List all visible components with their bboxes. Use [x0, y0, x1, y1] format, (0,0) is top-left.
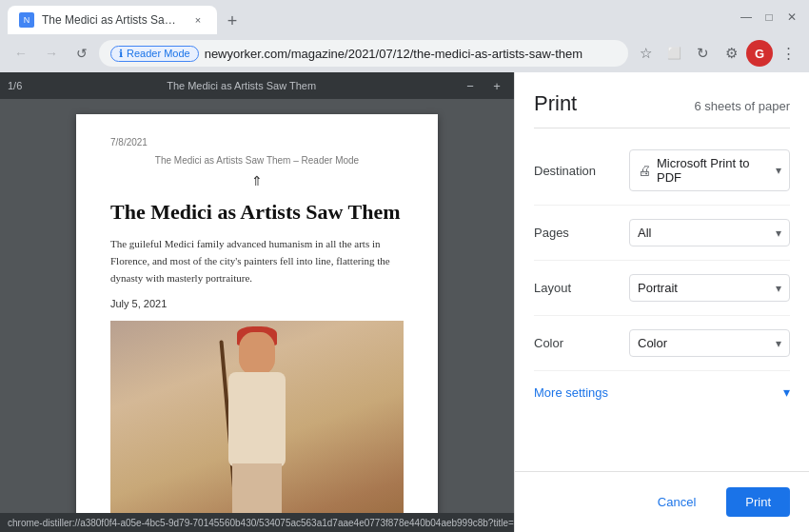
more-menu-icon[interactable]: ⋮ [775, 40, 801, 67]
page-container: 7/8/2021 The Medici as Artists Saw Them … [0, 99, 514, 513]
pages-label: Pages [534, 226, 629, 240]
color-value: Color [638, 336, 770, 350]
print-form: Destination 🖨 Microsoft Print to PDF ▾ P… [515, 128, 809, 471]
article-body: The guileful Medici family advanced huma… [110, 236, 404, 286]
layout-value: Portrait [638, 281, 770, 295]
destination-select[interactable]: 🖨 Microsoft Print to PDF ▾ [629, 149, 790, 191]
url-bar-bottom: chrome-distiller://a380f0f4-a05e-4bc5-9d… [0, 513, 514, 532]
reader-mode-label: Reader Mode [127, 48, 190, 59]
cancel-button[interactable]: Cancel [639, 487, 715, 517]
pages-arrow-icon: ▾ [776, 227, 781, 240]
toolbar-icons: ☆ ⬜ ↻ ⚙ G ⋮ [632, 40, 801, 67]
article-image [110, 321, 404, 513]
chrome-window: N The Medici as Artists Saw Them × + — □… [0, 0, 809, 532]
zoom-in-icon[interactable]: + [487, 76, 506, 95]
more-settings-arrow-icon: ▾ [783, 384, 790, 400]
tab-close-button[interactable]: × [190, 12, 206, 28]
page-info: 1/6 [8, 80, 22, 91]
address-bar: ← → ↺ ℹ Reader Mode newyorker.com/magazi… [0, 34, 809, 72]
pages-select[interactable]: All ▾ [629, 219, 790, 246]
pages-value: All [638, 226, 770, 240]
destination-arrow-icon: ▾ [776, 164, 781, 177]
print-sheets: 6 sheets of paper [695, 99, 790, 113]
url-text: newyorker.com/magazine/2021/07/12/the-me… [205, 47, 617, 61]
print-title: Print [534, 91, 577, 116]
title-bar: N The Medici as Artists Saw Them × + — □… [0, 0, 809, 34]
article-date-top: 7/8/2021 [110, 137, 404, 148]
article-print-icon: ⇑ [110, 173, 404, 188]
minimize-button[interactable]: — [737, 8, 756, 27]
more-settings-row[interactable]: More settings ▾ [534, 371, 790, 413]
color-label: Color [534, 336, 629, 350]
reader-mode-badge: ℹ Reader Mode [110, 46, 199, 62]
maximize-button[interactable]: □ [760, 8, 779, 27]
painting-figure [200, 330, 314, 513]
reader-mode-icon: ℹ [119, 48, 123, 60]
address-input[interactable]: ℹ Reader Mode newyorker.com/magazine/202… [99, 40, 628, 67]
close-button[interactable]: ✕ [782, 8, 801, 27]
printer-icon: 🖨 [638, 163, 651, 178]
body [228, 372, 286, 467]
article-title: The Medici as Artists Saw Them [110, 200, 404, 225]
destination-value: Microsoft Print to PDF [657, 156, 770, 185]
tab-strip: N The Medici as Artists Saw Them × + [8, 0, 729, 34]
cast-icon[interactable]: ⬜ [661, 40, 687, 67]
head [239, 332, 275, 374]
destination-control: 🖨 Microsoft Print to PDF ▾ [629, 149, 790, 191]
color-select[interactable]: Color ▾ [629, 329, 790, 357]
preview-url: chrome-distiller://a380f0f4-a05e-4bc5-9d… [8, 518, 514, 528]
print-panel: Print 6 sheets of paper Destination 🖨 Mi… [514, 72, 809, 532]
refresh-button[interactable]: ↺ [69, 40, 95, 67]
extensions-icon[interactable]: ⚙ [718, 40, 744, 67]
layout-arrow-icon: ▾ [776, 282, 781, 295]
pages-control: All ▾ [629, 219, 790, 246]
color-arrow-icon: ▾ [776, 337, 781, 350]
color-control: Color ▾ [629, 329, 790, 357]
more-settings-label: More settings [534, 385, 608, 400]
article-page: 7/8/2021 The Medici as Artists Saw Them … [76, 114, 438, 513]
profile-button[interactable]: G [746, 40, 773, 67]
layout-control: Portrait ▾ [629, 274, 790, 302]
window-controls: — □ ✕ [737, 8, 801, 27]
color-row: Color Color ▾ [534, 316, 790, 371]
preview-area: 1/6 The Medici as Artists Saw Them − + 7… [0, 72, 514, 532]
sync-icon[interactable]: ↻ [689, 40, 716, 67]
article-date: July 5, 2021 [110, 298, 404, 309]
forward-button[interactable]: → [38, 40, 65, 67]
preview-title: The Medici as Artists Saw Them [30, 80, 453, 91]
article-title-center: The Medici as Artists Saw Them – Reader … [110, 155, 404, 166]
active-tab[interactable]: N The Medici as Artists Saw Them × [8, 6, 217, 34]
zoom-out-icon[interactable]: − [461, 76, 480, 95]
preview-toolbar: 1/6 The Medici as Artists Saw Them − + [0, 72, 514, 99]
layout-row: Layout Portrait ▾ [534, 261, 790, 316]
pages-row: Pages All ▾ [534, 206, 790, 261]
bookmark-icon[interactable]: ☆ [632, 40, 659, 67]
destination-row: Destination 🖨 Microsoft Print to PDF ▾ [534, 136, 790, 206]
legs [232, 463, 282, 513]
print-header: Print 6 sheets of paper [515, 72, 809, 128]
destination-label: Destination [534, 164, 629, 178]
layout-label: Layout [534, 281, 629, 295]
layout-select[interactable]: Portrait ▾ [629, 274, 790, 302]
back-button[interactable]: ← [8, 40, 34, 67]
print-button[interactable]: Print [726, 487, 790, 517]
new-tab-button[interactable]: + [221, 10, 244, 32]
tab-title: The Medici as Artists Saw Them [42, 13, 183, 27]
main-content: 1/6 The Medici as Artists Saw Them − + 7… [0, 72, 809, 532]
tab-favicon: N [19, 12, 34, 28]
print-footer: Cancel Print [515, 471, 809, 532]
